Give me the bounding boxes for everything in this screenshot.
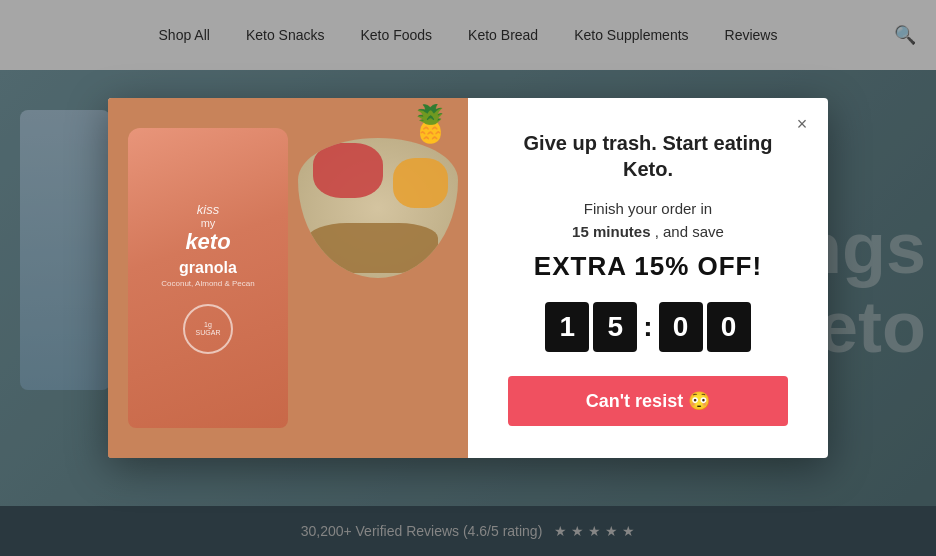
popup-modal: kiss my keto granola Coconut, Almond & P… (108, 98, 828, 458)
bag-granola-text: granola (179, 259, 237, 277)
keto-bag: kiss my keto granola Coconut, Almond & P… (128, 128, 288, 428)
modal-subtext-part2: , and save (655, 223, 724, 240)
bag-seal-text: 1g (204, 321, 212, 329)
modal-subtext-part1: Finish your order in (584, 200, 712, 217)
bag-subtitle-text: Coconut, Almond & Pecan (161, 279, 254, 288)
timer-colon: : (643, 311, 652, 343)
timer-digit-3: 0 (659, 302, 703, 352)
bag-keto-text: keto (185, 229, 230, 255)
fruit-orange (393, 158, 448, 208)
timer-digit-2: 5 (593, 302, 637, 352)
bag-seal: 1g SUGAR (183, 304, 233, 354)
modal-offer-text: EXTRA 15% OFF! (534, 251, 762, 282)
bag-my-text: my (201, 217, 216, 229)
fruit-bowl (298, 138, 458, 278)
star-fruit-icon: 🍍 (408, 103, 453, 145)
modal-headline: Give up trash. Start eating Keto. (508, 130, 788, 182)
countdown-timer: 1 5 : 0 0 (545, 302, 750, 352)
modal-right-content: × Give up trash. Start eating Keto. Fini… (468, 98, 828, 458)
fruit-brown (308, 223, 438, 273)
timer-digit-4: 0 (707, 302, 751, 352)
bag-seal-subtext: SUGAR (196, 329, 221, 337)
bag-kiss-text: kiss (197, 202, 219, 217)
modal-subtext: Finish your order in 15 minutes , and sa… (572, 198, 724, 243)
modal-product-image: kiss my keto granola Coconut, Almond & P… (108, 98, 468, 458)
timer-digit-1: 1 (545, 302, 589, 352)
modal-subtext-bold: 15 minutes (572, 223, 650, 240)
modal-close-button[interactable]: × (790, 112, 814, 136)
fruit-red (313, 143, 383, 198)
cta-button[interactable]: Can't resist 😳 (508, 376, 788, 426)
